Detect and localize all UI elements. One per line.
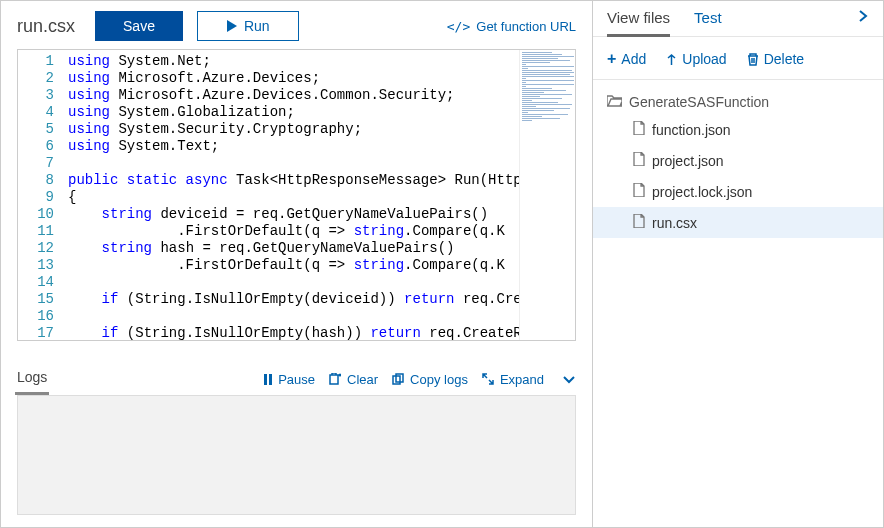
logs-clear-button[interactable]: Clear xyxy=(329,372,378,387)
minimap[interactable] xyxy=(519,50,575,340)
file-name: run.csx xyxy=(652,215,697,231)
tab-test[interactable]: Test xyxy=(694,9,722,36)
delete-file-button[interactable]: Delete xyxy=(747,51,804,67)
clear-icon xyxy=(329,373,341,385)
save-button[interactable]: Save xyxy=(95,11,183,41)
filename: run.csx xyxy=(17,16,75,37)
file-icon xyxy=(633,152,645,169)
panel-expand-button[interactable] xyxy=(857,9,869,36)
file-icon xyxy=(633,214,645,231)
file-name: project.json xyxy=(652,153,724,169)
folder-open-icon xyxy=(607,94,622,110)
folder-row[interactable]: GenerateSASFunction xyxy=(607,90,883,114)
expand-icon xyxy=(482,373,494,385)
logs-title: Logs xyxy=(17,369,47,389)
copy-icon xyxy=(392,373,404,385)
svg-marker-0 xyxy=(227,20,237,32)
file-tree: GenerateSASFunction function.jsonproject… xyxy=(593,80,883,238)
code-icon: </> xyxy=(447,19,470,34)
logs-expand-button[interactable]: Expand xyxy=(482,372,544,387)
get-function-url-label: Get function URL xyxy=(476,19,576,34)
play-icon xyxy=(226,20,238,32)
upload-file-button[interactable]: Upload xyxy=(666,51,726,67)
file-row[interactable]: project.json xyxy=(607,145,883,176)
logs-copy-button[interactable]: Copy logs xyxy=(392,372,468,387)
file-icon xyxy=(633,183,645,200)
upload-icon xyxy=(666,53,677,66)
file-icon xyxy=(633,121,645,138)
logs-pause-button[interactable]: Pause xyxy=(264,372,315,387)
file-row[interactable]: project.lock.json xyxy=(607,176,883,207)
pause-icon xyxy=(264,374,272,385)
logs-collapse-toggle[interactable] xyxy=(562,372,576,386)
file-name: project.lock.json xyxy=(652,184,752,200)
run-button-label: Run xyxy=(244,18,270,34)
tab-view-files[interactable]: View files xyxy=(607,9,670,36)
get-function-url-link[interactable]: </> Get function URL xyxy=(447,19,576,34)
file-row[interactable]: function.json xyxy=(607,114,883,145)
trash-icon xyxy=(747,53,759,66)
line-number-gutter: 1234567891011121314151617 xyxy=(18,50,64,340)
run-button[interactable]: Run xyxy=(197,11,299,41)
file-name: function.json xyxy=(652,122,731,138)
folder-name: GenerateSASFunction xyxy=(629,94,769,110)
plus-icon: + xyxy=(607,51,616,67)
file-row[interactable]: run.csx xyxy=(593,207,883,238)
code-editor[interactable]: 1234567891011121314151617 using System.N… xyxy=(17,49,576,341)
logs-output[interactable] xyxy=(17,395,576,515)
add-file-button[interactable]: + Add xyxy=(607,51,646,67)
code-area[interactable]: using System.Net;using Microsoft.Azure.D… xyxy=(64,50,519,340)
